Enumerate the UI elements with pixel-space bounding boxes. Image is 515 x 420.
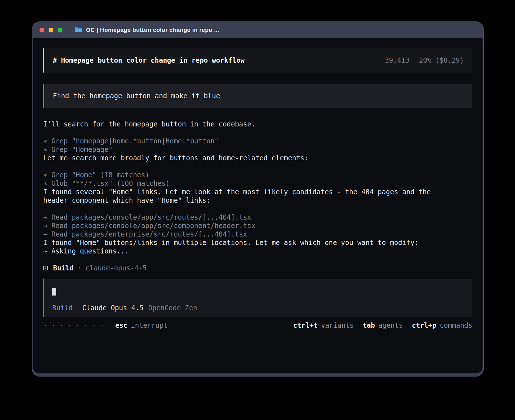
prompt-input[interactable]: Build Claude Opus 4.5 OpenCode Zen [43, 279, 472, 317]
user-message-text: Find the homepage button and make it blu… [53, 92, 220, 100]
dot-separator: · [77, 264, 81, 272]
agent-icon [43, 266, 48, 270]
tool-call-glob: ∗ Glob "**/*.tsx" (100 matches) [43, 179, 450, 188]
titlebar[interactable]: OC | Homepage button color change in rep… [32, 22, 483, 38]
input-meta: Build Claude Opus 4.5 OpenCode Zen [52, 304, 464, 312]
text-cursor [52, 288, 56, 296]
zoom-button[interactable] [58, 28, 62, 32]
provider-label: OpenCode Zen [148, 304, 197, 312]
spinner-dots: ········ [43, 321, 108, 330]
context-usage: 20% ($0.29) [419, 56, 464, 65]
minimize-button[interactable] [49, 28, 53, 32]
model-label: Claude Opus 4.5 [82, 304, 143, 312]
tool-call-read: → Read packages/console/app/src/componen… [43, 222, 450, 230]
shortcut-label: variants [321, 321, 354, 330]
tool-call-group: ∗ Grep "Home" (18 matches) ∗ Glob "**/*.… [43, 171, 450, 188]
assistant-text: I'll search for the homepage button in t… [43, 120, 450, 128]
conversation: I'll search for the homepage button in t… [43, 120, 450, 272]
status-bar-shortcuts: ctrl+t variants tab agents ctrl+p comman… [293, 321, 472, 330]
shortcut-key: ctrl+t [293, 321, 318, 330]
status-bar-left: ········ esc interrupt [43, 321, 168, 330]
session-header: # Homepage button color change in repo w… [43, 48, 472, 73]
shortcut-key: ctrl+p [412, 321, 437, 330]
user-message: Find the homepage button and make it blu… [43, 84, 472, 108]
tool-call-group: → Read packages/console/app/src/routes/[… [43, 213, 450, 239]
session-stats: 39,413 20% ($0.29) [385, 56, 464, 65]
tool-call-grep: ∗ Grep "Home" (18 matches) [43, 171, 450, 179]
window-title: OC | Homepage button color change in rep… [86, 27, 219, 33]
shortcut-commands: ctrl+p commands [412, 321, 472, 330]
shortcut-label: commands [440, 321, 472, 330]
close-button[interactable] [40, 28, 44, 32]
tool-call-read: → Read packages/console/app/src/routes/[… [43, 213, 450, 222]
shortcut-key: tab [363, 321, 375, 330]
status-text: ~ Asking questions... [43, 247, 450, 255]
tool-call-read: → Read packages/enterprise/src/routes/[.… [43, 230, 450, 239]
assistant-text: I found several "Home" links. Let me loo… [43, 188, 450, 205]
token-count: 39,413 [385, 56, 409, 65]
traffic-lights [40, 28, 62, 32]
status-bar: ········ esc interrupt ctrl+t variants t… [43, 321, 472, 330]
shortcut-variants: ctrl+t variants [293, 321, 353, 330]
window-title-group: OC | Homepage button color change in rep… [75, 27, 219, 34]
agent-name: Build [53, 264, 73, 272]
mode-label: Build [52, 304, 73, 312]
esc-key: esc [115, 321, 127, 330]
shortcut-agents: tab agents [363, 321, 403, 330]
agent-row: Build · claude-opus-4-5 [43, 264, 450, 272]
prompt-input-line[interactable] [52, 288, 464, 296]
tool-call-grep: ∗ Grep "homepage|home.*button|Home.*butt… [43, 137, 450, 145]
tool-call-grep: ∗ Grep "Homepage" [43, 145, 450, 154]
agent-model: claude-opus-4-5 [86, 264, 147, 272]
tool-call-group: ∗ Grep "homepage|home.*button|Home.*butt… [43, 137, 450, 154]
esc-label: interrupt [131, 321, 168, 330]
assistant-text: I found "Home" buttons/links in multiple… [43, 239, 450, 247]
assistant-text: Let me search more broadly for buttons a… [43, 154, 450, 162]
folder-icon [75, 27, 82, 34]
shortcut-label: agents [378, 321, 403, 330]
terminal-window: OC | Homepage button color change in rep… [32, 21, 484, 377]
terminal-content: # Homepage button color change in repo w… [33, 38, 483, 373]
session-title: # Homepage button color change in repo w… [53, 56, 245, 65]
